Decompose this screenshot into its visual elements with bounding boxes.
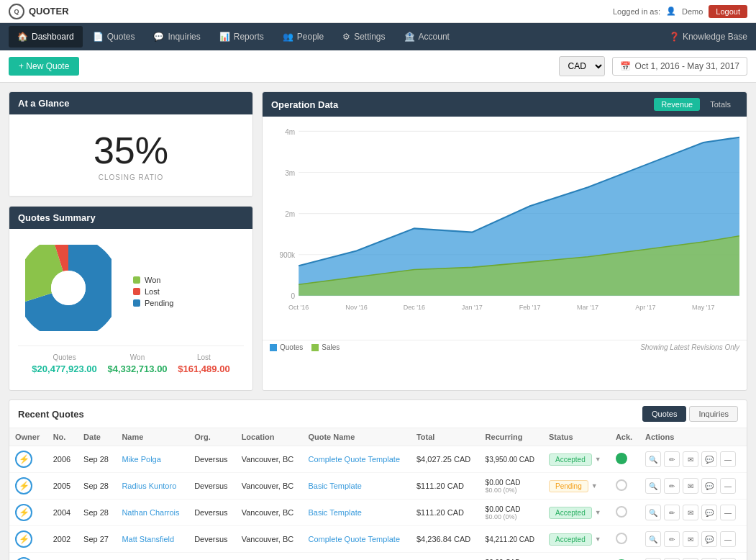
- op-tab-totals[interactable]: Totals: [703, 98, 738, 111]
- col-org: Org.: [188, 428, 235, 446]
- cell-owner: ⚡: [9, 473, 47, 500]
- cell-owner: ⚡: [9, 553, 47, 561]
- status-caret-icon: ▼: [595, 536, 601, 543]
- search-action-icon[interactable]: 🔍: [645, 531, 661, 547]
- more-action-icon[interactable]: —: [720, 478, 736, 494]
- new-quote-button[interactable]: + New Quote: [9, 57, 79, 76]
- summary-quotes-label: Quotes: [32, 353, 96, 361]
- edit-action-icon[interactable]: ✏: [664, 531, 680, 547]
- top-bar-right: Logged in as: 👤 Demo Logout: [613, 5, 747, 18]
- nav-item-dashboard[interactable]: 🏠 Dashboard: [9, 26, 83, 48]
- operation-data-header: Operation Data Revenue Totals: [263, 92, 747, 117]
- col-actions: Actions: [639, 428, 747, 446]
- quote-name-link[interactable]: Complete Quote Template: [308, 535, 400, 543]
- name-link[interactable]: Mike Polga: [122, 455, 160, 464]
- comment-action-icon[interactable]: 💬: [701, 505, 717, 520]
- nav-item-inquiries[interactable]: 💬 Inquiries: [145, 26, 209, 48]
- email-action-icon[interactable]: ✉: [683, 531, 698, 547]
- legend-lost-label: Lost: [145, 287, 160, 296]
- legend-pending: Pending: [133, 299, 173, 307]
- search-action-icon[interactable]: 🔍: [645, 505, 661, 520]
- quote-name-link[interactable]: Complete Quote Template: [308, 455, 400, 464]
- cell-location: Vancouver, BC: [236, 446, 303, 473]
- quote-name-link[interactable]: Basic Template: [308, 508, 361, 517]
- nav-item-reports[interactable]: 📊 Reports: [211, 26, 273, 48]
- chart-area: 4m 3m 2m 900k 0 Oct '16 Nov '16 Dec '16: [263, 117, 747, 340]
- cell-total: $111.20 CAD: [411, 500, 480, 526]
- col-location: Location: [236, 428, 303, 446]
- date-range-picker[interactable]: 📅 Oct 1, 2016 - May 31, 2017: [612, 57, 747, 76]
- cell-location: Vancouver, BC: [236, 553, 303, 561]
- more-action-icon[interactable]: —: [720, 451, 736, 467]
- summary-lost-label: Lost: [178, 353, 229, 361]
- op-tab-revenue[interactable]: Revenue: [654, 98, 700, 111]
- nav-item-account[interactable]: 🏦 Account: [396, 26, 458, 48]
- cell-quote-name: Complete Quote Template: [302, 446, 411, 473]
- chart-footer: Quotes Sales Showing Latest Revisions On…: [263, 340, 747, 354]
- cell-actions: 🔍 ✏ ✉ 💬 —: [639, 500, 747, 526]
- name-link[interactable]: Matt Stansfield: [122, 535, 174, 543]
- search-action-icon[interactable]: 🔍: [645, 478, 661, 494]
- cell-recurring: $0.00 CAD $0.00 (0%): [480, 553, 543, 561]
- edit-action-icon[interactable]: ✏: [664, 505, 680, 520]
- email-action-icon[interactable]: ✉: [683, 478, 698, 494]
- closing-ratio-section: 35% CLOSING RATIO: [9, 114, 252, 197]
- svg-text:4m: 4m: [285, 127, 295, 135]
- pie-chart: [25, 245, 119, 338]
- top-panels: At a Glance 35% CLOSING RATIO Quotes Sum…: [9, 91, 747, 391]
- comment-action-icon[interactable]: 💬: [701, 531, 717, 547]
- logout-button[interactable]: Logout: [709, 5, 747, 18]
- app-name: QUOTER: [29, 6, 69, 17]
- legend-won-label: Won: [145, 276, 160, 284]
- search-action-icon[interactable]: 🔍: [645, 451, 661, 467]
- recent-tab-inquiries[interactable]: Inquiries: [689, 406, 738, 422]
- closing-ratio-label: CLOSING RATIO: [24, 173, 238, 181]
- svg-text:Mar '17: Mar '17: [577, 303, 598, 310]
- cell-quote-name: Basic Template: [302, 473, 411, 500]
- toolbar: + New Quote CAD USD 📅 Oct 1, 2016 - May …: [0, 50, 756, 83]
- recent-tab-quotes[interactable]: Quotes: [642, 406, 686, 422]
- legend-lost-dot: [133, 288, 140, 295]
- main-nav: 🏠 Dashboard 📄 Quotes 💬 Inquiries 📊 Repor…: [0, 23, 756, 50]
- cell-name: Radius Kuntoro: [116, 473, 188, 500]
- nav-item-quotes[interactable]: 📄 Quotes: [84, 26, 144, 48]
- edit-action-icon[interactable]: ✏: [664, 451, 680, 467]
- top-bar-left: Q QUOTER: [9, 4, 69, 19]
- email-action-icon[interactable]: ✉: [683, 505, 698, 520]
- nav-item-people[interactable]: 👥 People: [274, 26, 332, 48]
- left-column: At a Glance 35% CLOSING RATIO Quotes Sum…: [9, 91, 253, 391]
- cell-status: Accepted ▼: [543, 526, 610, 553]
- cell-status: Accepted ▼: [543, 446, 610, 473]
- legend-won: Won: [133, 276, 173, 284]
- name-link[interactable]: Nathan Charrois: [122, 508, 179, 517]
- chart-legend-sales-label: Sales: [322, 343, 340, 351]
- svg-text:Apr '17: Apr '17: [635, 303, 655, 310]
- table-row: ⚡ 2005 Sep 28 Radius Kuntoro Deversus Va…: [9, 473, 747, 500]
- email-action-icon[interactable]: ✉: [683, 451, 698, 467]
- knowledge-base-link[interactable]: ❓ Knowledge Base: [669, 32, 747, 42]
- col-recurring: Recurring: [480, 428, 543, 446]
- nav-item-settings[interactable]: ⚙ Settings: [334, 26, 393, 48]
- chart-legend-items: Quotes Sales: [270, 343, 340, 351]
- comment-action-icon[interactable]: 💬: [701, 451, 717, 467]
- currency-select[interactable]: CAD USD: [559, 56, 605, 76]
- recurring-main: $0.00 CAD: [486, 479, 537, 487]
- quote-name-link[interactable]: Basic Template: [308, 482, 361, 490]
- more-action-icon[interactable]: —: [720, 505, 736, 520]
- more-action-icon[interactable]: —: [720, 531, 736, 547]
- cell-no: 2001: [47, 553, 78, 561]
- comment-action-icon[interactable]: 💬: [701, 478, 717, 494]
- edit-action-icon[interactable]: ✏: [664, 478, 680, 494]
- col-date: Date: [78, 428, 116, 446]
- cell-status: Lost ▼: [543, 553, 610, 561]
- recurring-main: $3,950.00 CAD: [486, 456, 537, 464]
- calendar-icon: 📅: [620, 61, 631, 71]
- recent-quotes-tabs: Quotes Inquiries: [642, 406, 738, 422]
- name-link[interactable]: Radius Kuntoro: [122, 482, 176, 490]
- cell-actions: 🔍 ✏ ✉ 💬 —: [639, 553, 747, 561]
- chart-legend: Won Lost Pending: [133, 276, 173, 307]
- legend-pending-dot: [133, 299, 140, 307]
- cell-name: Nathan Charrois: [116, 500, 188, 526]
- summary-won-value: $4,332,713.00: [107, 363, 167, 374]
- operation-data-title: Operation Data: [271, 99, 338, 110]
